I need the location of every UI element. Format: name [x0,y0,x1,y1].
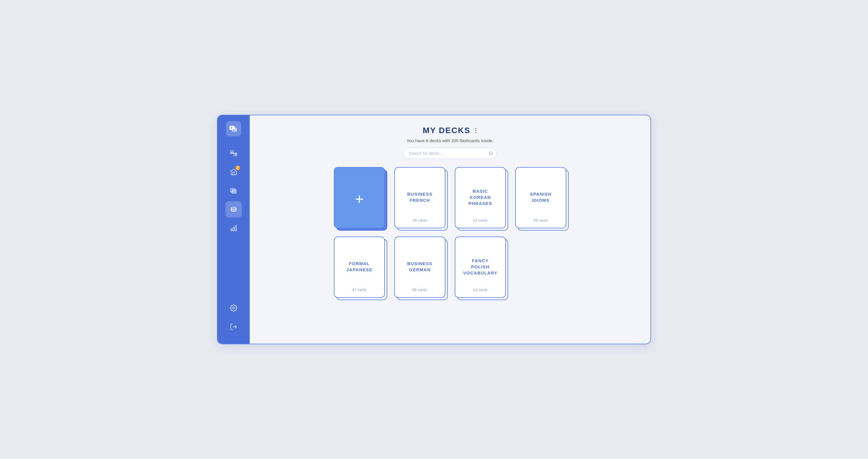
deck-count: 35 cards [412,219,427,223]
page-title-row: MY DECKS [423,126,477,135]
deck-card-spanish-idioms[interactable]: SPANISHIDIOMS 29 cards [515,167,566,228]
search-button[interactable] [489,151,493,156]
deck-card-basic-korean[interactable]: BASICKOREANPHRASES 14 cards [455,167,506,228]
deck-name: BASICKOREANPHRASES [468,176,492,219]
more-options-button[interactable] [474,127,477,134]
add-deck-card[interactable]: + [334,167,385,228]
app-logo[interactable]: F x [226,121,241,136]
sidebar-item-stats[interactable] [225,220,242,236]
more-dot [475,132,476,133]
svg-rect-11 [231,229,232,231]
svg-rect-13 [235,225,236,231]
app-window: F x 7 [217,115,651,344]
deck-count: 66 cards [412,288,427,292]
add-card-body: + [334,167,385,228]
svg-point-14 [233,307,235,309]
deck-card-formal-japanese[interactable]: FORMALJAPANESE 47 cards [334,236,385,298]
sidebar-item-settings[interactable] [225,300,242,316]
sidebar-item-home[interactable]: 7 [225,164,242,180]
card-body: BUSINESSFRENCH 35 cards [394,167,445,228]
search-input[interactable] [403,148,497,159]
sidebar-item-translate[interactable] [225,145,242,161]
sidebar-bottom [225,300,242,338]
svg-point-10 [231,207,236,209]
sidebar-item-flashcards[interactable] [225,183,242,199]
deck-count: 14 cards [473,219,488,223]
deck-count: 29 cards [533,219,548,223]
page-title: MY DECKS [423,126,470,135]
deck-subtitle: You have 6 decks with 205 flashcards ins… [407,138,494,143]
deck-count: 14 cards [473,288,488,292]
svg-text:F: F [231,127,232,129]
add-icon: + [355,192,364,207]
deck-card-business-french[interactable]: BUSINESSFRENCH 35 cards [394,167,445,228]
sidebar-item-logout[interactable] [225,319,242,335]
sidebar-nav: 7 [218,145,250,300]
deck-name: SPANISHIDIOMS [530,176,552,219]
svg-text:x: x [233,129,235,131]
card-body: FANCYPOLISHVOCABULARY 14 cards [455,236,506,298]
deck-name: FANCYPOLISHVOCABULARY [463,245,497,288]
card-body: BUSINESSGERMAN 66 cards [394,236,445,298]
home-badge: 7 [236,166,240,170]
svg-line-17 [492,154,493,155]
svg-rect-1 [232,128,237,132]
deck-card-fancy-polish[interactable]: FANCYPOLISHVOCABULARY 14 cards [455,236,506,298]
search-bar [403,148,497,159]
card-body: SPANISHIDIOMS 29 cards [515,167,566,228]
page-header: MY DECKS You have 6 decks with 205 flash… [264,126,637,159]
more-dot [475,130,476,131]
sidebar-item-decks[interactable] [225,201,242,218]
deck-count: 47 cards [352,288,367,292]
deck-card-business-german[interactable]: BUSINESSGERMAN 66 cards [394,236,445,298]
card-body: FORMALJAPANESE 47 cards [334,236,385,298]
sidebar: F x 7 [218,115,250,344]
deck-name: BUSINESSFRENCH [407,176,432,219]
deck-name: BUSINESSGERMAN [407,245,432,288]
deck-name: FORMALJAPANESE [346,245,372,288]
main-content: MY DECKS You have 6 decks with 205 flash… [250,115,650,344]
card-body: BASICKOREANPHRASES 14 cards [455,167,506,228]
svg-point-16 [490,152,492,155]
decks-grid: + BUSINESSFRENCH 35 cards BASICKOREANPHR… [334,167,566,298]
svg-rect-12 [233,227,234,231]
more-dot [475,128,476,129]
